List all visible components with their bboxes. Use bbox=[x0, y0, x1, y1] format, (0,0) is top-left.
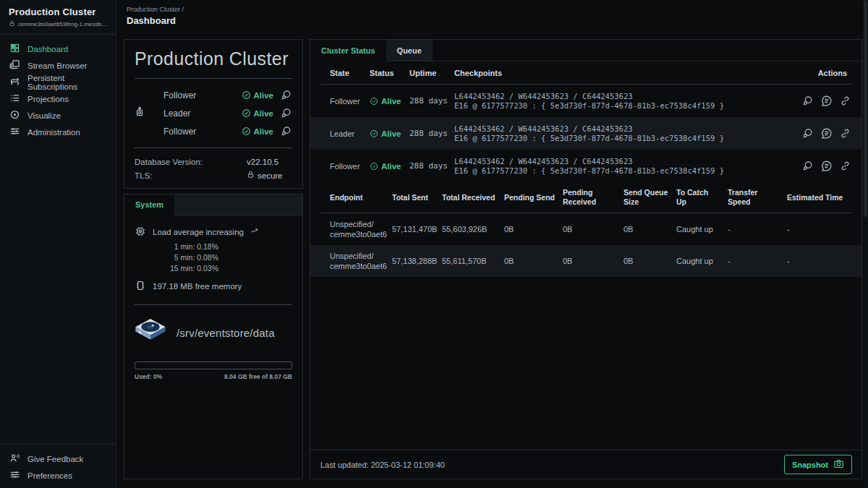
logs-icon[interactable] bbox=[820, 95, 833, 107]
check-circle-icon bbox=[242, 90, 251, 100]
page-title: Dashboard bbox=[127, 15, 868, 26]
logs-icon[interactable] bbox=[820, 127, 833, 140]
db-version-row: Database Version: v22.10.5 bbox=[135, 155, 292, 168]
breadcrumb[interactable]: Production Cluster / bbox=[127, 6, 868, 13]
tab-cluster-status[interactable]: Cluster Status bbox=[310, 40, 386, 62]
alive-badge: Alive bbox=[242, 127, 274, 136]
check-circle-icon bbox=[370, 129, 378, 138]
node-gossip-icon[interactable] bbox=[273, 125, 292, 137]
cluster-table-header: State Status Uptime Checkpoints Actions bbox=[310, 61, 861, 84]
col-checkpoints: Checkpoints bbox=[454, 69, 782, 77]
trend-up-icon bbox=[250, 227, 259, 237]
sidebar-item-persistent-subscriptions[interactable]: Persistent Subscriptions bbox=[0, 74, 116, 90]
stream-browser-icon bbox=[9, 59, 20, 72]
endpoint-line2: cemme3to0aet6 bbox=[330, 229, 392, 239]
scrollbar-thumb[interactable] bbox=[864, 0, 867, 217]
gossip-icon[interactable] bbox=[801, 160, 814, 172]
alive-label: Alive bbox=[381, 129, 401, 138]
app-root: Production Cluster cemme3to0aet653ltrng-… bbox=[0, 0, 868, 488]
row-pending-received: 0B bbox=[563, 225, 624, 234]
disk-used-label: Used: 0% bbox=[135, 373, 162, 380]
system-tabbar: System bbox=[124, 194, 302, 215]
cluster-host-label: cemme3to0aet653ltrng-1.mesdb.... bbox=[18, 21, 107, 27]
sidebar-item-label: Administration bbox=[27, 128, 80, 137]
node-gossip-icon[interactable] bbox=[273, 107, 292, 119]
divider bbox=[135, 147, 292, 148]
sidebar-item-label: Persistent Subscriptions bbox=[27, 74, 116, 91]
sidebar-item-label: Visualize bbox=[27, 111, 61, 120]
visualize-icon bbox=[9, 109, 20, 121]
tab-system[interactable]: System bbox=[124, 194, 174, 215]
row-total-received: 55,603,926B bbox=[442, 225, 504, 234]
checkpoint-line1: L6442453462 / W6442453623 / C6442453623 bbox=[454, 92, 782, 101]
cluster-name: Production Cluster bbox=[9, 7, 107, 17]
row-to-catch-up: Caught up bbox=[676, 257, 728, 265]
alive-badge: Alive bbox=[370, 97, 409, 106]
row-checkpoints: L6442453462 / W6442453623 / C6442453623 … bbox=[454, 157, 782, 176]
cluster-table-row: Leader Alive 288 days L6442453462 / W644… bbox=[310, 117, 861, 150]
link-icon[interactable] bbox=[839, 160, 851, 172]
cluster-panel-title: Production Cluster bbox=[135, 48, 292, 69]
col-send-queue-size: Send Queue Size bbox=[624, 188, 676, 207]
tab-queue[interactable]: Queue bbox=[386, 40, 433, 61]
free-memory-label: 197.18 MB free memory bbox=[153, 282, 242, 291]
sidebar-item-dashboard[interactable]: Dashboard bbox=[0, 40, 116, 57]
row-estimated-time: - bbox=[787, 257, 851, 265]
row-endpoint: Unspecified/ cemme3to0aet6 bbox=[330, 251, 392, 271]
sidebar-item-preferences[interactable]: Preferences bbox=[0, 467, 116, 484]
last-updated-label: Last updated: 2025-03-12 01:09:40 bbox=[320, 461, 445, 469]
sidebar-divider bbox=[0, 444, 116, 445]
page-scrollbar[interactable] bbox=[863, 0, 868, 488]
dashboard-icon bbox=[9, 43, 20, 55]
col-transfer-speed: Transfer Speed bbox=[728, 188, 787, 207]
link-icon[interactable] bbox=[839, 95, 851, 107]
row-total-sent: 57,138,288B bbox=[392, 257, 442, 265]
checkpoint-line2: E16 @ 6177577230 : { 5e3d730f-877d-4678-… bbox=[454, 134, 782, 143]
col-endpoint: Endpoint bbox=[330, 193, 392, 202]
endpoint-line1: Unspecified/ bbox=[330, 219, 392, 229]
alive-label: Alive bbox=[381, 162, 401, 171]
row-actions bbox=[782, 160, 851, 172]
row-total-sent: 57,131,470B bbox=[392, 225, 442, 234]
col-to-catch-up: To Catch Up bbox=[676, 188, 728, 207]
row-uptime: 288 days bbox=[409, 161, 454, 171]
disk-usage-bar bbox=[135, 361, 292, 369]
row-send-queue-size: 0B bbox=[624, 225, 676, 234]
tls-value-label: secure bbox=[258, 171, 283, 180]
sidebar-item-projections[interactable]: Projections bbox=[0, 90, 116, 107]
persistent-subscriptions-icon bbox=[9, 76, 20, 88]
row-transfer-speed: - bbox=[728, 257, 787, 265]
sidebar-item-administration[interactable]: Administration bbox=[0, 124, 116, 140]
endpoint-line2: cemme3to0aet6 bbox=[330, 261, 392, 271]
alive-label: Alive bbox=[381, 97, 401, 106]
sidebar-item-give-feedback[interactable]: Give Feedback bbox=[0, 450, 116, 467]
row-state: Follower bbox=[330, 97, 370, 106]
load-average-label: Load average increasing bbox=[153, 228, 244, 236]
gossip-icon[interactable] bbox=[801, 95, 814, 107]
snapshot-button[interactable]: Snapshot bbox=[784, 455, 852, 474]
alive-label: Alive bbox=[254, 109, 274, 118]
db-version-label: Database Version: bbox=[135, 158, 247, 166]
row-actions bbox=[782, 95, 851, 107]
row-checkpoints: L6442453462 / W6442453623 / C6442453623 … bbox=[454, 124, 782, 143]
alive-badge: Alive bbox=[242, 90, 274, 100]
sidebar-item-visualize[interactable]: Visualize bbox=[0, 107, 116, 124]
load-average-values: 1 min: 0.18% 5 min: 0.08% 15 min: 0.03% bbox=[156, 241, 218, 274]
logs-icon[interactable] bbox=[820, 160, 833, 172]
sidebar-item-label: Projections bbox=[27, 95, 69, 103]
gossip-icon[interactable] bbox=[801, 127, 814, 140]
link-icon[interactable] bbox=[839, 127, 851, 140]
alive-badge: Alive bbox=[370, 162, 409, 171]
node-gossip-icon[interactable] bbox=[273, 89, 292, 101]
panel-footer: Last updated: 2025-03-12 01:09:40 Snapsh… bbox=[310, 450, 861, 479]
checkpoint-line2: E16 @ 6177577230 : { 5e3d730f-877d-4678-… bbox=[454, 101, 782, 111]
row-uptime: 288 days bbox=[409, 96, 454, 106]
col-estimated-time: Estimated Time bbox=[787, 193, 851, 202]
row-state: Leader bbox=[330, 129, 370, 138]
sidebar-item-stream-browser[interactable]: Stream Browser bbox=[0, 57, 116, 74]
main-tabbar: Cluster Status Queue bbox=[310, 40, 861, 61]
check-circle-icon bbox=[242, 127, 251, 136]
col-state: State bbox=[330, 69, 370, 77]
load-15min: 15 min: 0.03% bbox=[156, 263, 218, 274]
sidebar-header: Production Cluster cemme3to0aet653ltrng-… bbox=[0, 0, 116, 34]
